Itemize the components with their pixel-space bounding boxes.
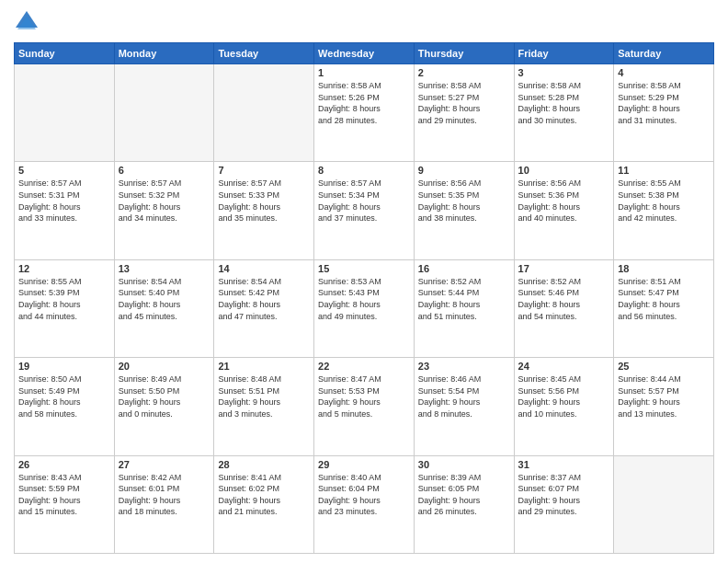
day-number: 20 bbox=[119, 361, 210, 372]
calendar-cell: 31Sunrise: 8:37 AM Sunset: 6:07 PM Dayli… bbox=[514, 455, 614, 553]
weekday-header-sunday: Sunday bbox=[15, 43, 115, 64]
calendar-cell: 1Sunrise: 8:58 AM Sunset: 5:26 PM Daylig… bbox=[314, 64, 415, 162]
day-info: Sunrise: 8:55 AM Sunset: 5:39 PM Dayligh… bbox=[18, 276, 110, 322]
calendar-week-row: 1Sunrise: 8:58 AM Sunset: 5:26 PM Daylig… bbox=[15, 64, 714, 162]
day-number: 7 bbox=[218, 165, 310, 176]
calendar-cell: 6Sunrise: 8:57 AM Sunset: 5:32 PM Daylig… bbox=[114, 162, 214, 259]
calendar-cell: 18Sunrise: 8:51 AM Sunset: 5:47 PM Dayli… bbox=[614, 259, 714, 357]
calendar-week-row: 5Sunrise: 8:57 AM Sunset: 5:31 PM Daylig… bbox=[15, 162, 714, 259]
calendar-cell: 3Sunrise: 8:58 AM Sunset: 5:28 PM Daylig… bbox=[514, 64, 614, 162]
calendar-week-row: 26Sunrise: 8:43 AM Sunset: 5:59 PM Dayli… bbox=[15, 455, 714, 553]
calendar-cell: 24Sunrise: 8:45 AM Sunset: 5:56 PM Dayli… bbox=[514, 358, 614, 455]
day-number: 9 bbox=[418, 165, 510, 176]
day-number: 4 bbox=[618, 67, 710, 78]
day-number: 29 bbox=[318, 459, 410, 470]
day-info: Sunrise: 8:51 AM Sunset: 5:47 PM Dayligh… bbox=[618, 276, 710, 322]
calendar-cell: 25Sunrise: 8:44 AM Sunset: 5:57 PM Dayli… bbox=[614, 358, 714, 455]
day-number: 22 bbox=[318, 361, 410, 372]
day-info: Sunrise: 8:37 AM Sunset: 6:07 PM Dayligh… bbox=[518, 472, 610, 518]
calendar-cell bbox=[15, 64, 115, 162]
day-info: Sunrise: 8:40 AM Sunset: 6:04 PM Dayligh… bbox=[318, 472, 410, 518]
calendar-cell: 21Sunrise: 8:48 AM Sunset: 5:51 PM Dayli… bbox=[214, 358, 314, 455]
calendar-cell bbox=[114, 64, 214, 162]
calendar-cell: 13Sunrise: 8:54 AM Sunset: 5:40 PM Dayli… bbox=[114, 259, 214, 357]
day-info: Sunrise: 8:53 AM Sunset: 5:43 PM Dayligh… bbox=[318, 276, 410, 322]
weekday-header-monday: Monday bbox=[114, 43, 214, 64]
day-info: Sunrise: 8:52 AM Sunset: 5:46 PM Dayligh… bbox=[518, 276, 610, 322]
day-number: 23 bbox=[418, 361, 510, 372]
day-info: Sunrise: 8:46 AM Sunset: 5:54 PM Dayligh… bbox=[418, 373, 510, 419]
day-number: 16 bbox=[418, 263, 510, 274]
calendar-cell: 29Sunrise: 8:40 AM Sunset: 6:04 PM Dayli… bbox=[314, 455, 415, 553]
day-number: 6 bbox=[119, 165, 210, 176]
weekday-header-friday: Friday bbox=[514, 43, 614, 64]
day-number: 11 bbox=[618, 165, 710, 176]
day-info: Sunrise: 8:54 AM Sunset: 5:42 PM Dayligh… bbox=[218, 276, 310, 322]
calendar-cell: 11Sunrise: 8:55 AM Sunset: 5:38 PM Dayli… bbox=[614, 162, 714, 259]
day-number: 27 bbox=[119, 459, 210, 470]
day-info: Sunrise: 8:57 AM Sunset: 5:34 PM Dayligh… bbox=[318, 178, 410, 224]
day-number: 15 bbox=[318, 263, 410, 274]
day-info: Sunrise: 8:58 AM Sunset: 5:28 PM Dayligh… bbox=[518, 80, 610, 126]
day-info: Sunrise: 8:52 AM Sunset: 5:44 PM Dayligh… bbox=[418, 276, 510, 322]
day-info: Sunrise: 8:57 AM Sunset: 5:31 PM Dayligh… bbox=[18, 178, 110, 224]
weekday-header-saturday: Saturday bbox=[614, 43, 714, 64]
calendar-cell: 20Sunrise: 8:49 AM Sunset: 5:50 PM Dayli… bbox=[114, 358, 214, 455]
day-info: Sunrise: 8:44 AM Sunset: 5:57 PM Dayligh… bbox=[618, 373, 710, 419]
day-number: 30 bbox=[418, 459, 510, 470]
day-info: Sunrise: 8:57 AM Sunset: 5:33 PM Dayligh… bbox=[218, 178, 310, 224]
day-info: Sunrise: 8:56 AM Sunset: 5:36 PM Dayligh… bbox=[518, 178, 610, 224]
calendar-cell: 23Sunrise: 8:46 AM Sunset: 5:54 PM Dayli… bbox=[414, 358, 514, 455]
calendar-cell: 15Sunrise: 8:53 AM Sunset: 5:43 PM Dayli… bbox=[314, 259, 415, 357]
weekday-header-wednesday: Wednesday bbox=[314, 43, 415, 64]
day-number: 1 bbox=[318, 67, 410, 78]
day-number: 17 bbox=[518, 263, 610, 274]
day-number: 19 bbox=[18, 361, 110, 372]
day-info: Sunrise: 8:48 AM Sunset: 5:51 PM Dayligh… bbox=[218, 373, 310, 419]
day-info: Sunrise: 8:43 AM Sunset: 5:59 PM Dayligh… bbox=[18, 472, 110, 518]
day-info: Sunrise: 8:58 AM Sunset: 5:26 PM Dayligh… bbox=[318, 80, 410, 126]
day-number: 31 bbox=[518, 459, 610, 470]
day-info: Sunrise: 8:39 AM Sunset: 6:05 PM Dayligh… bbox=[418, 472, 510, 518]
day-number: 14 bbox=[218, 263, 310, 274]
calendar-week-row: 19Sunrise: 8:50 AM Sunset: 5:49 PM Dayli… bbox=[15, 358, 714, 455]
calendar-cell: 2Sunrise: 8:58 AM Sunset: 5:27 PM Daylig… bbox=[414, 64, 514, 162]
logo bbox=[14, 9, 43, 35]
page: SundayMondayTuesdayWednesdayThursdayFrid… bbox=[0, 0, 728, 563]
day-info: Sunrise: 8:54 AM Sunset: 5:40 PM Dayligh… bbox=[119, 276, 210, 322]
calendar-cell: 10Sunrise: 8:56 AM Sunset: 5:36 PM Dayli… bbox=[514, 162, 614, 259]
calendar-cell bbox=[614, 455, 714, 553]
calendar-cell: 19Sunrise: 8:50 AM Sunset: 5:49 PM Dayli… bbox=[15, 358, 115, 455]
day-number: 10 bbox=[518, 165, 610, 176]
day-info: Sunrise: 8:55 AM Sunset: 5:38 PM Dayligh… bbox=[618, 178, 710, 224]
calendar-cell: 8Sunrise: 8:57 AM Sunset: 5:34 PM Daylig… bbox=[314, 162, 415, 259]
day-number: 13 bbox=[119, 263, 210, 274]
day-info: Sunrise: 8:50 AM Sunset: 5:49 PM Dayligh… bbox=[18, 373, 110, 419]
weekday-header-tuesday: Tuesday bbox=[214, 43, 314, 64]
day-number: 8 bbox=[318, 165, 410, 176]
calendar-cell bbox=[214, 64, 314, 162]
day-number: 24 bbox=[518, 361, 610, 372]
calendar-cell: 17Sunrise: 8:52 AM Sunset: 5:46 PM Dayli… bbox=[514, 259, 614, 357]
day-number: 25 bbox=[618, 361, 710, 372]
calendar-cell: 26Sunrise: 8:43 AM Sunset: 5:59 PM Dayli… bbox=[15, 455, 115, 553]
day-number: 21 bbox=[218, 361, 310, 372]
day-number: 3 bbox=[518, 67, 610, 78]
day-number: 5 bbox=[18, 165, 110, 176]
day-info: Sunrise: 8:58 AM Sunset: 5:27 PM Dayligh… bbox=[418, 80, 510, 126]
calendar-cell: 22Sunrise: 8:47 AM Sunset: 5:53 PM Dayli… bbox=[314, 358, 415, 455]
calendar-cell: 7Sunrise: 8:57 AM Sunset: 5:33 PM Daylig… bbox=[214, 162, 314, 259]
day-info: Sunrise: 8:49 AM Sunset: 5:50 PM Dayligh… bbox=[119, 373, 210, 419]
day-info: Sunrise: 8:45 AM Sunset: 5:56 PM Dayligh… bbox=[518, 373, 610, 419]
weekday-header-row: SundayMondayTuesdayWednesdayThursdayFrid… bbox=[15, 43, 714, 64]
calendar-cell: 4Sunrise: 8:58 AM Sunset: 5:29 PM Daylig… bbox=[614, 64, 714, 162]
calendar-table: SundayMondayTuesdayWednesdayThursdayFrid… bbox=[14, 42, 714, 554]
day-info: Sunrise: 8:57 AM Sunset: 5:32 PM Dayligh… bbox=[119, 178, 210, 224]
calendar-cell: 14Sunrise: 8:54 AM Sunset: 5:42 PM Dayli… bbox=[214, 259, 314, 357]
day-number: 12 bbox=[18, 263, 110, 274]
day-info: Sunrise: 8:56 AM Sunset: 5:35 PM Dayligh… bbox=[418, 178, 510, 224]
weekday-header-thursday: Thursday bbox=[414, 43, 514, 64]
calendar-cell: 30Sunrise: 8:39 AM Sunset: 6:05 PM Dayli… bbox=[414, 455, 514, 553]
calendar-week-row: 12Sunrise: 8:55 AM Sunset: 5:39 PM Dayli… bbox=[15, 259, 714, 357]
day-info: Sunrise: 8:42 AM Sunset: 6:01 PM Dayligh… bbox=[119, 472, 210, 518]
